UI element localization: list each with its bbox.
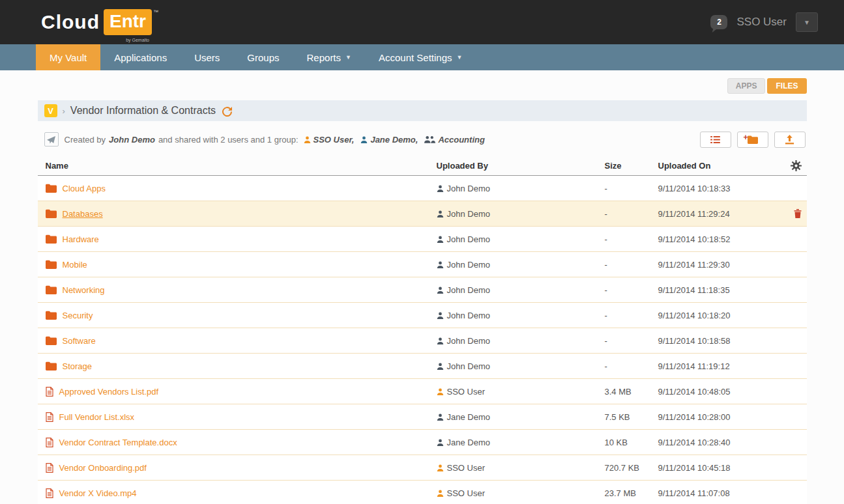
nav-item-reports[interactable]: Reports ▼ [293, 44, 365, 70]
chevron-down-icon: ▼ [804, 19, 810, 26]
folder-icon [46, 234, 57, 244]
size-text: 23.7 MB [605, 488, 658, 498]
file-icon [46, 463, 53, 473]
uploaded-on-text: 9/11/2014 11:29:30 [658, 260, 778, 270]
uploaded-by-text: John Demo [447, 336, 490, 346]
item-name-link[interactable]: Cloud Apps [63, 184, 106, 193]
item-name-link[interactable]: Storage [63, 361, 93, 371]
table-row[interactable]: Storage John Demo - 9/11/2014 11:19:12 [38, 354, 807, 379]
uploaded-on-text: 9/11/2014 10:18:20 [658, 311, 778, 320]
user-icon [360, 136, 368, 143]
size-text: 7.5 KB [605, 412, 658, 422]
table-row[interactable]: Software John Demo - 9/11/2014 10:18:58 [38, 328, 807, 354]
column-header-name[interactable]: Name [38, 161, 437, 171]
file-icon [46, 412, 53, 422]
uploaded-by-text: Jane Demo [447, 438, 490, 447]
uploaded-by-text: Jane Demo [447, 412, 490, 422]
table-row[interactable]: Full Vendor List.xlsx Jane Demo 7.5 KB 9… [38, 404, 807, 430]
nav-item-users[interactable]: Users [181, 44, 233, 70]
table-row[interactable]: Vendor Onboarding.pdf SSO User 720.7 KB … [38, 455, 807, 481]
share-chip: SSO User, [304, 135, 355, 145]
file-icon [46, 438, 53, 447]
cloudentr-logo[interactable]: Cloud Entr™ by Gemalto [41, 9, 158, 35]
logo-byline: by Gemalto [126, 38, 149, 42]
chevron-down-icon: ▼ [345, 54, 351, 61]
item-name-link[interactable]: Vendor Onboarding.pdf [59, 463, 147, 473]
item-name-link[interactable]: Hardware [63, 234, 99, 244]
share-icon [44, 132, 59, 147]
item-name-link[interactable]: Databases [63, 209, 103, 219]
item-name-link[interactable]: Full Vendor List.xlsx [59, 412, 135, 422]
size-text: - [605, 311, 658, 320]
item-name-link[interactable]: Networking [63, 285, 105, 295]
vault-badge-icon[interactable]: V [44, 104, 57, 117]
column-header-uploaded-on[interactable]: Uploaded On [658, 161, 778, 171]
table-row[interactable]: Approved Vendors List.pdf SSO User 3.4 M… [38, 379, 807, 404]
share-name: Accounting [438, 135, 485, 145]
uploader-user-icon [437, 312, 444, 319]
table-row[interactable]: Security John Demo - 9/11/2014 10:18:20 [38, 303, 807, 328]
uploader-user-icon [437, 490, 444, 497]
item-name-link[interactable]: Vendor Contract Template.docx [59, 438, 177, 447]
apps-toggle-button[interactable]: APPS [727, 78, 766, 94]
uploader-user-icon [437, 439, 444, 446]
uploaded-on-text: 9/11/2014 11:18:35 [658, 285, 778, 295]
uploader-user-icon [437, 236, 444, 243]
nav-item-label: Account Settings [379, 52, 452, 63]
item-name-link[interactable]: Approved Vendors List.pdf [59, 387, 159, 397]
table-row[interactable]: Mobile John Demo - 9/11/2014 11:29:30 [38, 252, 807, 277]
group-icon [424, 135, 435, 143]
uploaded-by-text: John Demo [447, 260, 490, 270]
nav-item-account-settings[interactable]: Account Settings ▼ [365, 44, 476, 70]
upload-button[interactable] [774, 132, 806, 148]
nav-item-groups[interactable]: Groups [233, 44, 293, 70]
files-toggle-button[interactable]: FILES [767, 78, 806, 94]
table-settings-gear-icon[interactable] [778, 160, 807, 171]
owner-name: John Demo [109, 135, 155, 145]
list-view-button[interactable] [700, 132, 731, 148]
breadcrumb: V › Vendor Information & Contracts [38, 100, 807, 121]
uploaded-by-text: John Demo [447, 209, 490, 219]
table-row[interactable]: Networking John Demo - 9/11/2014 11:18:3… [38, 277, 807, 303]
nav-item-label: Users [194, 52, 220, 63]
table-row[interactable]: Cloud Apps John Demo - 9/11/2014 10:18:3… [38, 176, 807, 201]
table-row[interactable]: Hardware John Demo - 9/11/2014 10:18:52 [38, 227, 807, 252]
item-name-link[interactable]: Software [63, 336, 96, 346]
share-info-bar: Created by John Demo and shared with 2 u… [38, 128, 807, 151]
nav-item-label: My Vault [50, 52, 87, 63]
share-name: SSO User, [313, 135, 355, 145]
item-name-link[interactable]: Security [63, 311, 93, 320]
nav-item-label: Applications [114, 52, 167, 63]
nav-item-my-vault[interactable]: My Vault [36, 44, 100, 70]
uploaded-on-text: 9/11/2014 11:29:24 [658, 209, 778, 219]
size-text: - [605, 209, 658, 219]
column-header-uploaded-by[interactable]: Uploaded By [437, 161, 605, 171]
table-row[interactable]: Vendor X Video.mp4 SSO User 23.7 MB 9/11… [38, 481, 807, 504]
uploaded-on-text: 9/11/2014 11:19:12 [658, 361, 778, 371]
notifications-icon[interactable]: 2 [710, 15, 727, 29]
user-menu-button[interactable]: ▼ [796, 12, 818, 32]
uploaded-by-text: John Demo [447, 234, 490, 244]
refresh-icon[interactable] [222, 107, 232, 117]
column-header-size[interactable]: Size [605, 161, 658, 171]
uploaded-on-text: 9/11/2014 10:28:40 [658, 438, 778, 447]
new-folder-button[interactable]: + [737, 132, 768, 148]
file-icon [46, 387, 53, 397]
nav-item-applications[interactable]: Applications [100, 44, 181, 70]
size-text: 3.4 MB [605, 387, 658, 397]
current-user-label: SSO User [736, 16, 787, 29]
uploader-user-icon [437, 363, 444, 370]
uploaded-on-text: 9/11/2014 11:07:08 [658, 488, 778, 498]
table-row[interactable]: Databases John Demo - 9/11/2014 11:29:24 [38, 201, 807, 227]
uploader-user-icon [437, 413, 444, 421]
size-text: 10 KB [605, 438, 658, 447]
delete-icon[interactable] [794, 209, 802, 218]
chevron-down-icon: ▼ [457, 54, 463, 61]
table-header: Name Uploaded By Size Uploaded On [38, 156, 807, 176]
notification-count-badge: 2 [717, 18, 721, 27]
table-row[interactable]: Vendor Contract Template.docx Jane Demo … [38, 430, 807, 455]
item-name-link[interactable]: Vendor X Video.mp4 [59, 488, 137, 498]
uploaded-on-text: 9/11/2014 10:18:33 [658, 184, 778, 193]
item-name-link[interactable]: Mobile [63, 260, 87, 270]
uploaded-on-text: 9/11/2014 10:18:52 [658, 234, 778, 244]
